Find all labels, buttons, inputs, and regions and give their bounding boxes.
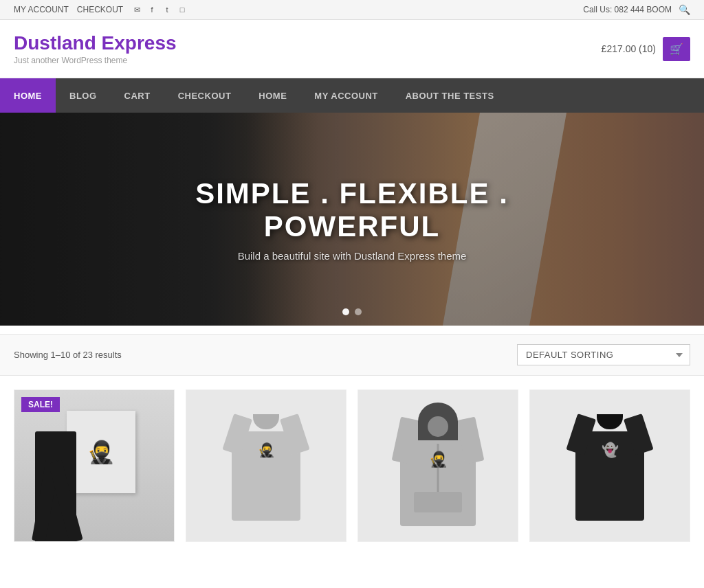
- nav-cart[interactable]: CART: [111, 78, 164, 113]
- top-bar-right: Call Us: 082 444 BOOM 🔍: [583, 4, 690, 15]
- cart-amount: £217.00 (10): [602, 43, 656, 54]
- product-image-2: 🥷: [186, 390, 346, 541]
- product-card[interactable]: 🥷: [186, 389, 346, 542]
- checkout-link-top[interactable]: CHECKOUT: [77, 5, 123, 14]
- nav-home2[interactable]: HOME: [245, 78, 300, 113]
- product-card[interactable]: 👻: [529, 389, 690, 542]
- social-icons: ✉ f t □: [131, 4, 188, 15]
- facebook-icon[interactable]: f: [146, 4, 157, 15]
- instagram-icon[interactable]: □: [177, 4, 188, 15]
- sort-wrapper: DEFAULT SORTING SORT BY POPULARITY SORT …: [517, 344, 690, 365]
- cart-info: £217.00 (10) 🛒: [602, 37, 690, 61]
- sale-badge: SALE!: [21, 397, 60, 412]
- my-account-link[interactable]: MY ACCOUNT: [14, 5, 69, 14]
- hero-title: SIMPLE . FLEXIBLE . POWERFUL: [176, 177, 528, 243]
- product-image-3: 🥷: [358, 390, 518, 541]
- sort-select[interactable]: DEFAULT SORTING SORT BY POPULARITY SORT …: [517, 344, 690, 365]
- products-bar: Showing 1–10 of 23 results DEFAULT SORTI…: [0, 334, 704, 376]
- email-icon[interactable]: ✉: [131, 4, 142, 15]
- nav-home[interactable]: HOME: [0, 78, 56, 113]
- site-header: Dustland Express Just another WordPress …: [0, 20, 704, 78]
- results-text: Showing 1–10 of 23 results: [14, 350, 122, 360]
- hero-dot-2[interactable]: [355, 308, 362, 315]
- nav-my-account[interactable]: MY ACCOUNT: [300, 78, 391, 113]
- product-image-4: 👻: [530, 390, 690, 541]
- site-title[interactable]: Dustland Express: [14, 32, 177, 54]
- top-bar: MY ACCOUNT CHECKOUT ✉ f t □ Call Us: 082…: [0, 0, 704, 20]
- search-icon[interactable]: 🔍: [679, 4, 690, 15]
- hero-section: SIMPLE . FLEXIBLE . POWERFUL Build a bea…: [0, 113, 704, 326]
- main-nav: HOME BLOG CART CHECKOUT HOME MY ACCOUNT …: [0, 78, 704, 113]
- products-grid: SALE! 🥷 🥷: [0, 376, 704, 556]
- hero-content: SIMPLE . FLEXIBLE . POWERFUL Build a bea…: [176, 177, 528, 262]
- hero-dot-1[interactable]: [342, 308, 349, 315]
- site-tagline: Just another WordPress theme: [14, 56, 177, 65]
- call-us-text: Call Us: 082 444 BOOM: [583, 5, 672, 14]
- nav-blog[interactable]: BLOG: [56, 78, 111, 113]
- nav-about-tests[interactable]: ABOUT THE TESTS: [392, 78, 508, 113]
- product-card[interactable]: 🥷: [358, 389, 518, 542]
- top-bar-left: MY ACCOUNT CHECKOUT ✉ f t □: [14, 4, 188, 15]
- nav-checkout[interactable]: CHECKOUT: [164, 78, 245, 113]
- twitter-icon[interactable]: t: [162, 4, 173, 15]
- hero-subtitle: Build a beautiful site with Dustland Exp…: [176, 250, 528, 262]
- site-branding: Dustland Express Just another WordPress …: [14, 32, 177, 65]
- hero-dots: [342, 308, 362, 315]
- product-card[interactable]: SALE! 🥷: [14, 389, 175, 542]
- cart-button[interactable]: 🛒: [663, 37, 690, 61]
- product-image-1: SALE! 🥷: [14, 390, 174, 541]
